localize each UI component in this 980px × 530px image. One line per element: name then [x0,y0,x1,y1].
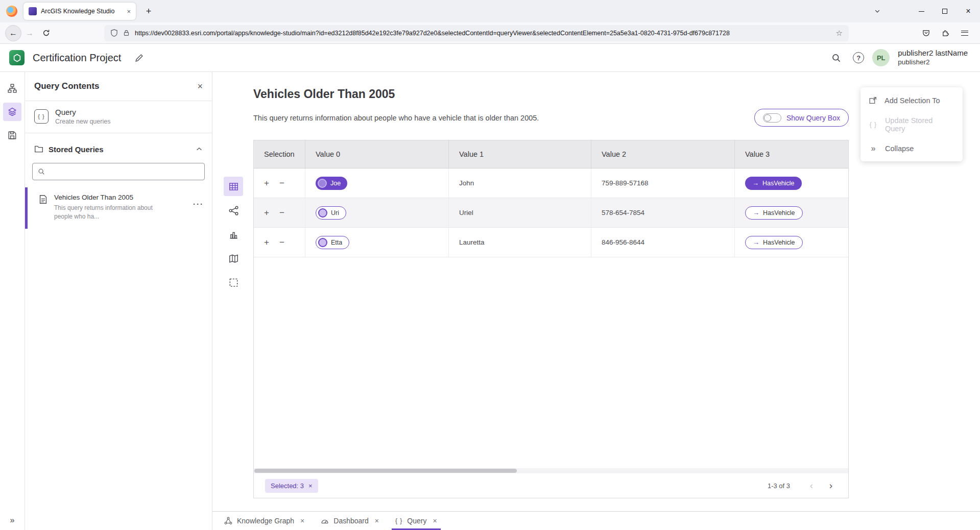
reload-button[interactable] [38,25,54,41]
tab-dashboard[interactable]: Dashboard × [314,512,386,530]
column-header-selection[interactable]: Selection [254,140,305,168]
braces-icon: { } [395,517,402,524]
lock-icon[interactable] [123,30,130,36]
menu-item-add-selection-to[interactable]: Add Selection To [861,88,963,112]
stored-queries-header[interactable]: Stored Queries [25,140,212,158]
tab-knowledge-graph[interactable]: Knowledge Graph × [218,512,311,530]
page-description: This query returns information about peo… [253,114,539,122]
user-name: publisher2 lastName [898,49,968,58]
maximize-button[interactable] [933,0,957,22]
table-empty-area [254,257,848,468]
link-chart-icon[interactable] [224,201,243,220]
remove-from-selection-icon[interactable]: − [279,238,284,247]
remove-from-selection-icon[interactable]: − [279,208,284,217]
previous-page-icon[interactable]: ‹ [805,479,818,492]
url-bar[interactable]: https://dev0028833.esri.com/portal/apps/… [104,25,849,41]
stored-queries-search[interactable] [32,163,205,180]
close-window-button[interactable]: × [957,0,980,22]
new-query-item[interactable]: { } Query Create new queries [25,101,212,133]
column-header-value2[interactable]: Value 2 [591,140,735,168]
relationship-pill[interactable]: →HasVehicle [745,206,803,220]
table-view-icon[interactable] [224,177,243,196]
remove-from-selection-icon[interactable]: − [279,179,284,187]
left-rail: » [0,72,25,530]
table-row[interactable]: + − Etta Lauretta 846-956-8644 →HasVehic… [254,228,848,257]
tab-label: Knowledge Graph [237,517,294,525]
entity-pill[interactable]: Uri [316,206,346,220]
pocket-icon[interactable] [918,25,934,41]
save-icon[interactable] [3,126,21,144]
data-model-icon[interactable] [3,79,21,98]
user-info[interactable]: publisher2 lastName publisher2 [898,49,968,67]
column-header-value3[interactable]: Value 3 [735,140,848,168]
item-options-icon[interactable]: ··· [193,200,204,208]
search-input[interactable] [49,168,199,176]
menu-item-update-stored-query[interactable]: { } Update Stored Query [861,112,963,136]
layers-icon[interactable] [3,103,21,121]
add-to-selection-icon[interactable]: + [264,208,269,217]
tab-close-icon[interactable]: × [300,517,304,525]
menu-item-label: Add Selection To [885,97,940,105]
entity-pill[interactable]: Joe [316,177,347,190]
context-menu: Add Selection To { } Update Stored Query… [861,87,963,161]
toggle-switch[interactable] [763,113,781,123]
cell-value1: Lauretta [449,228,591,257]
results-table: Selection Value 0 Value 1 Value 2 Value … [253,140,849,498]
tab-close-icon[interactable]: × [375,517,379,525]
selected-count-chip[interactable]: Selected: 3 × [265,479,318,493]
extensions-icon[interactable] [937,25,953,41]
browser-tab[interactable]: ArcGIS Knowledge Studio × [23,3,136,20]
clear-selection-icon[interactable]: × [308,482,313,490]
edit-title-icon[interactable] [131,50,147,65]
map-icon[interactable] [224,249,243,268]
bottom-tab-strip: Knowledge Graph × Dashboard × { } Query … [212,511,980,530]
cell-value1: John [449,168,591,198]
chevron-up-icon[interactable] [196,146,203,153]
panel-close-icon[interactable]: × [197,81,203,92]
next-page-icon[interactable]: › [825,479,837,492]
expand-rail-icon[interactable]: » [0,516,25,525]
minimize-button[interactable] [910,0,933,22]
table-row[interactable]: + − Joe John 759-889-57168 →HasVehicle [254,168,848,198]
shield-icon[interactable] [110,29,118,37]
search-icon[interactable] [827,49,845,66]
column-header-value0[interactable]: Value 0 [305,140,449,168]
menu-hamburger-icon[interactable] [957,25,973,41]
scrollbar-thumb[interactable] [254,469,517,473]
double-chevron-right-icon: » [869,144,878,153]
add-selection-to-icon [869,96,877,105]
pagination-range: 1-3 of 3 [768,482,790,490]
bookmark-star-icon[interactable]: ☆ [836,29,843,38]
panel-title: Query Contents [34,81,100,91]
table-row[interactable]: + − Uri Uriel 578-654-7854 →HasVehicle [254,198,848,228]
horizontal-scrollbar[interactable] [254,468,848,473]
stored-query-list-item[interactable]: Vehicles Older Than 2005 This query retu… [25,187,212,229]
avatar[interactable]: PL [872,49,890,66]
list-tabs-icon[interactable] [870,4,885,19]
back-button[interactable]: ← [5,25,21,41]
query-contents-panel: Query Contents × { } Query Create new qu… [25,72,212,530]
chart-icon[interactable] [224,225,243,244]
new-tab-button[interactable]: + [141,4,156,19]
menu-item-collapse[interactable]: » Collapse [861,136,963,160]
relationship-pill[interactable]: →HasVehicle [745,236,803,249]
help-icon[interactable]: ? [853,52,864,63]
selection-tools-icon[interactable] [224,273,243,292]
url-text[interactable]: https://dev0028833.esri.com/portal/apps/… [135,30,831,37]
add-to-selection-icon[interactable]: + [264,238,269,247]
main-column: Vehicles Older Than 2005 This query retu… [212,72,980,530]
tab-query[interactable]: { } Query × [389,512,444,530]
forward-button[interactable]: → [21,25,38,41]
tab-close-icon[interactable]: × [433,517,437,525]
arrow-right-icon: → [753,209,759,216]
tab-close-icon[interactable]: × [127,8,131,15]
app-header: Certification Project ? PL publisher2 la… [0,44,980,72]
entity-pill[interactable]: Etta [316,236,349,249]
add-to-selection-icon[interactable]: + [264,179,269,187]
relationship-pill[interactable]: →HasVehicle [745,177,802,190]
column-header-value1[interactable]: Value 1 [449,140,591,168]
show-query-box-toggle[interactable]: Show Query Box [754,109,849,127]
browser-nav-bar: ← → https://dev0028833.esri.com/portal/a… [0,22,980,44]
firefox-logo-icon[interactable] [6,6,17,17]
entity-label: Uri [331,209,339,216]
